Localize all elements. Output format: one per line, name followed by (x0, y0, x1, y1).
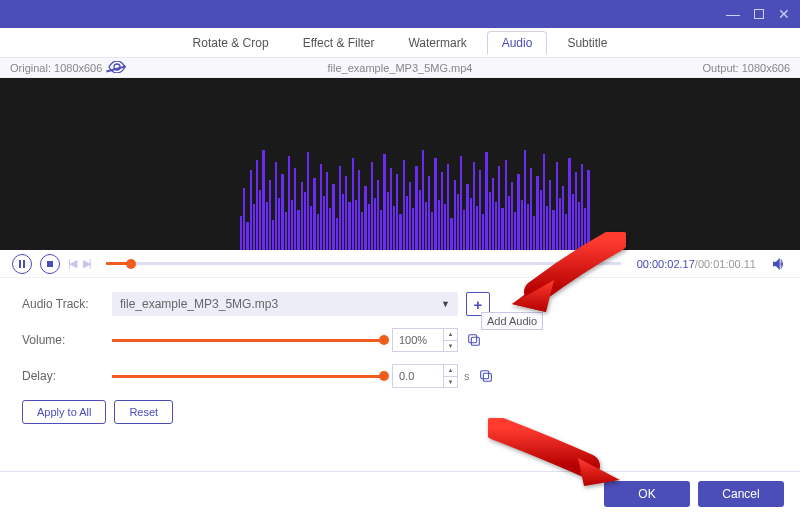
audio-track-label: Audio Track: (22, 297, 112, 311)
playback-controls: |◀ ▶| 00:00:02.17/00:01:00.11 (0, 250, 800, 278)
audio-track-select[interactable]: file_example_MP3_5MG.mp3 ▼ (112, 292, 458, 316)
minimize-button[interactable]: — (726, 6, 740, 22)
delay-label: Delay: (22, 369, 112, 383)
svg-rect-0 (469, 335, 477, 343)
cancel-button[interactable]: Cancel (698, 481, 784, 507)
prev-frame-button[interactable]: |◀ (68, 257, 75, 270)
svg-rect-1 (471, 337, 479, 345)
volume-slider[interactable] (112, 339, 384, 342)
delay-up-icon[interactable]: ▲ (444, 365, 457, 377)
volume-icon[interactable] (770, 255, 788, 273)
tab-effect-filter[interactable]: Effect & Filter (289, 31, 389, 55)
filename-label: file_example_MP3_5MG.mp4 (328, 62, 473, 74)
tab-rotate-crop[interactable]: Rotate & Crop (179, 31, 283, 55)
time-display: 00:00:02.17/00:01:00.11 (637, 258, 756, 270)
tabs: Rotate & Crop Effect & Filter Watermark … (0, 28, 800, 58)
tab-audio[interactable]: Audio (487, 31, 548, 55)
pause-button[interactable] (12, 254, 32, 274)
svg-rect-2 (480, 371, 488, 379)
ok-button[interactable]: OK (604, 481, 690, 507)
delay-unit: s (464, 370, 470, 382)
next-frame-button[interactable]: ▶| (83, 257, 90, 270)
preview-visibility-icon[interactable] (108, 60, 126, 76)
svg-rect-3 (483, 373, 491, 381)
stop-button[interactable] (40, 254, 60, 274)
delay-spinner[interactable]: 0.0 ▲▼ (392, 364, 458, 388)
delay-apply-icon[interactable] (476, 366, 496, 386)
video-preview (0, 78, 800, 250)
delay-slider[interactable] (112, 375, 384, 378)
add-audio-tooltip: Add Audio (481, 312, 543, 330)
volume-up-icon[interactable]: ▲ (444, 329, 457, 341)
audio-form: Audio Track: file_example_MP3_5MG.mp3 ▼ … (0, 278, 800, 430)
info-bar: Original: 1080x606 file_example_MP3_5MG.… (0, 58, 800, 78)
maximize-button[interactable] (754, 6, 764, 22)
original-label: Original: 1080x606 (10, 62, 102, 74)
apply-to-all-button[interactable]: Apply to All (22, 400, 106, 424)
volume-spinner[interactable]: 100% ▲▼ (392, 328, 458, 352)
close-button[interactable]: ✕ (778, 6, 790, 22)
footer: OK Cancel (0, 471, 800, 515)
reset-button[interactable]: Reset (114, 400, 173, 424)
volume-down-icon[interactable]: ▼ (444, 341, 457, 352)
volume-label: Volume: (22, 333, 112, 347)
tab-watermark[interactable]: Watermark (394, 31, 480, 55)
tab-subtitle[interactable]: Subtitle (553, 31, 621, 55)
progress-bar[interactable] (106, 262, 621, 265)
delay-down-icon[interactable]: ▼ (444, 377, 457, 388)
audio-track-value: file_example_MP3_5MG.mp3 (120, 297, 278, 311)
volume-apply-icon[interactable] (464, 330, 484, 350)
titlebar: — ✕ (0, 0, 800, 28)
audio-waveform (240, 150, 590, 250)
chevron-down-icon: ▼ (441, 299, 450, 309)
output-label: Output: 1080x606 (703, 62, 790, 74)
